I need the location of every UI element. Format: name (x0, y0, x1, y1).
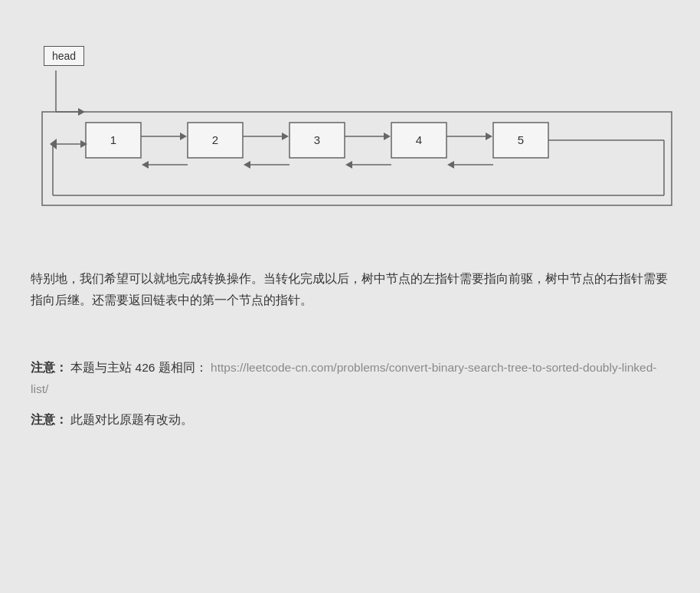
svg-marker-11 (282, 133, 289, 140)
svg-marker-34 (50, 139, 57, 149)
svg-rect-20 (493, 123, 548, 158)
svg-rect-4 (86, 123, 141, 158)
svg-text:1: 1 (110, 133, 116, 146)
svg-marker-7 (180, 133, 187, 140)
svg-text:2: 2 (212, 133, 218, 146)
note-1-text: 本题与主站 426 题相同： (70, 361, 207, 374)
svg-marker-29 (447, 161, 454, 169)
note-2-text: 此题对比原题有改动。 (70, 413, 193, 426)
description-text: 特别地，我们希望可以就地完成转换操作。当转化完成以后，树中节点的左指针需要指向前… (31, 268, 669, 311)
svg-marker-3 (78, 108, 85, 116)
svg-text:4: 4 (416, 133, 422, 146)
linked-list-diagram: head 1 2 3 4 (21, 31, 679, 245)
note-1: 注意： 本题与主站 426 题相同： https://leetcode-cn.c… (31, 357, 669, 400)
svg-marker-25 (244, 161, 250, 169)
svg-rect-0 (42, 112, 672, 205)
svg-marker-27 (345, 161, 352, 169)
note-2-label: 注意： (31, 413, 67, 426)
svg-marker-19 (486, 133, 492, 140)
svg-text:3: 3 (314, 133, 320, 146)
svg-rect-8 (188, 123, 243, 158)
note-1-label: 注意： (31, 361, 67, 374)
svg-marker-36 (80, 140, 87, 148)
svg-rect-12 (289, 123, 345, 158)
head-label: head (44, 46, 84, 66)
svg-marker-23 (142, 161, 149, 169)
svg-text:5: 5 (518, 133, 524, 146)
description-paragraph: 特别地，我们希望可以就地完成转换操作。当转化完成以后，树中节点的左指针需要指向前… (31, 268, 669, 311)
notes-section: 注意： 本题与主站 426 题相同： https://leetcode-cn.c… (31, 357, 669, 431)
note-2: 注意： 此题对比原题有改动。 (31, 409, 669, 431)
svg-rect-16 (391, 123, 446, 158)
svg-marker-15 (384, 133, 391, 140)
